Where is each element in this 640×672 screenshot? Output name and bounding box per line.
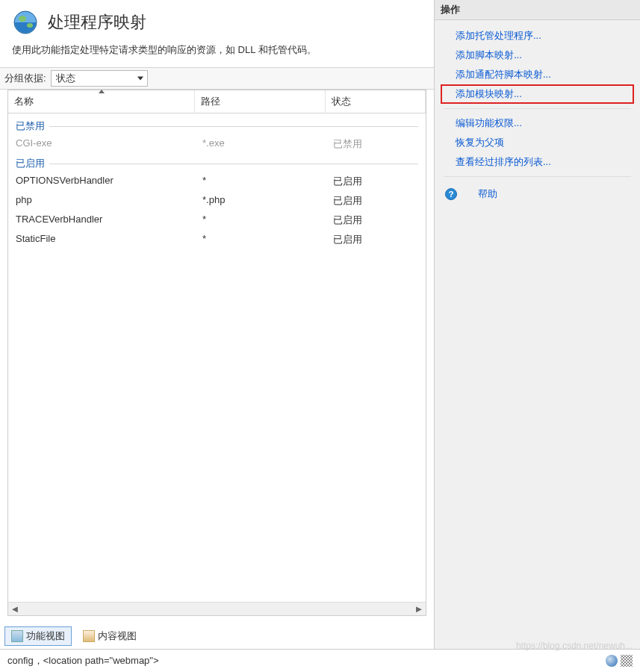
cell-name: OPTIONSVerbHandler	[8, 175, 195, 188]
action-revert-parent[interactable]: 恢复为父项	[441, 133, 634, 152]
status-right-icons	[606, 655, 633, 667]
group-line	[49, 164, 418, 164]
groupby-bar: 分组依据: 状态	[0, 67, 434, 90]
cell-path: *.php	[195, 194, 326, 208]
cell-state: 已启用	[326, 233, 426, 246]
table-header-row: 名称 路径 状态	[8, 90, 426, 113]
help-icon: ?	[445, 188, 457, 200]
cell-name: php	[8, 194, 195, 208]
page-description: 使用此功能指定处理特定请求类型的响应的资源，如 DLL 和托管代码。	[0, 43, 434, 67]
table-row[interactable]: OPTIONSVerbHandler*已启用	[8, 172, 426, 191]
actions-body: 添加托管处理程序...添加脚本映射...添加通配符脚本映射...添加模块映射..…	[435, 20, 640, 213]
group-line	[49, 126, 418, 127]
col-path[interactable]: 路径	[195, 90, 326, 113]
table-row[interactable]: php*.php已启用	[8, 191, 426, 211]
horizontal-scrollbar[interactable]: ◄ ►	[8, 602, 426, 615]
tab-features-view[interactable]: 功能视图	[4, 626, 72, 646]
content-pane: 处理程序映射 使用此功能指定处理特定请求类型的响应的资源，如 DLL 和托管代码…	[0, 0, 435, 649]
col-name[interactable]: 名称	[8, 90, 195, 113]
status-text: config，<location path="webmap">	[7, 654, 159, 668]
svg-point-1	[19, 16, 26, 22]
action-add-wildcard[interactable]: 添加通配符脚本映射...	[441, 65, 634, 84]
resize-grip-icon[interactable]	[621, 655, 633, 667]
col-state[interactable]: 状态	[326, 90, 426, 113]
group-label: 已启用	[16, 157, 45, 170]
svg-point-2	[27, 23, 33, 28]
col-path-label: 路径	[201, 96, 220, 107]
table-body[interactable]: 已禁用CGI-exe*.exe已禁用已启用OPTIONSVerbHandler*…	[8, 113, 426, 602]
scroll-right-icon[interactable]: ►	[414, 604, 424, 615]
status-globe-icon	[606, 655, 618, 667]
cell-name: CGI-exe	[8, 137, 195, 151]
table-row[interactable]: StaticFile*已启用	[8, 230, 426, 249]
col-name-label: 名称	[14, 96, 34, 107]
cell-path: *	[195, 214, 326, 227]
table-row[interactable]: TRACEVerbHandler*已启用	[8, 211, 426, 230]
help-row: ? 帮助	[441, 181, 634, 207]
actions-pane: 操作 添加托管处理程序...添加脚本映射...添加通配符脚本映射...添加模块映…	[435, 0, 640, 649]
cell-path: *	[195, 233, 326, 246]
watermark: https://blog.csdn.net/newuh...	[516, 641, 633, 651]
page-header: 处理程序映射	[0, 0, 434, 43]
cell-path: *	[195, 175, 326, 188]
actions-separator	[444, 176, 631, 177]
help-link[interactable]: 帮助	[463, 184, 502, 204]
status-bar: config，<location path="webmap">	[0, 649, 640, 672]
page-title: 处理程序映射	[48, 11, 146, 34]
action-view-ordered[interactable]: 查看经过排序的列表...	[441, 152, 634, 172]
cell-name: StaticFile	[8, 233, 195, 246]
group-header[interactable]: 已禁用	[8, 116, 426, 134]
cell-state: 已启用	[326, 214, 426, 227]
cell-path: *.exe	[195, 137, 326, 151]
action-add-module[interactable]: 添加模块映射...	[441, 84, 634, 104]
globe-icon	[12, 9, 39, 36]
group-header[interactable]: 已启用	[8, 154, 426, 172]
tab-features-label: 功能视图	[26, 629, 65, 643]
table-row[interactable]: CGI-exe*.exe已禁用	[8, 134, 426, 154]
cell-state: 已禁用	[326, 137, 426, 151]
action-add-script[interactable]: 添加脚本映射...	[441, 46, 634, 65]
view-tabs: 功能视图 内容视图	[0, 623, 434, 649]
actions-separator	[444, 108, 631, 109]
tab-content-label: 内容视图	[98, 629, 137, 643]
col-state-label: 状态	[332, 96, 351, 107]
tab-content-view[interactable]: 内容视图	[76, 626, 143, 646]
groupby-label: 分组依据:	[4, 72, 46, 85]
cell-state: 已启用	[326, 175, 426, 188]
action-add-managed[interactable]: 添加托管处理程序...	[441, 26, 634, 46]
cell-state: 已启用	[326, 194, 426, 208]
sort-indicator-icon	[99, 90, 105, 93]
content-view-icon	[83, 630, 95, 642]
groupby-value: 状态	[56, 72, 75, 84]
group-label: 已禁用	[16, 119, 45, 133]
cell-name: TRACEVerbHandler	[8, 214, 195, 227]
handler-table: 名称 路径 状态 已禁用CGI-exe*.exe已禁用已启用OPTIONSVer…	[7, 90, 426, 616]
features-view-icon	[11, 630, 23, 642]
groupby-select[interactable]: 状态	[51, 70, 148, 87]
actions-header: 操作	[435, 0, 640, 20]
action-edit-perm[interactable]: 编辑功能权限...	[441, 113, 634, 133]
scroll-left-icon[interactable]: ◄	[10, 604, 20, 615]
